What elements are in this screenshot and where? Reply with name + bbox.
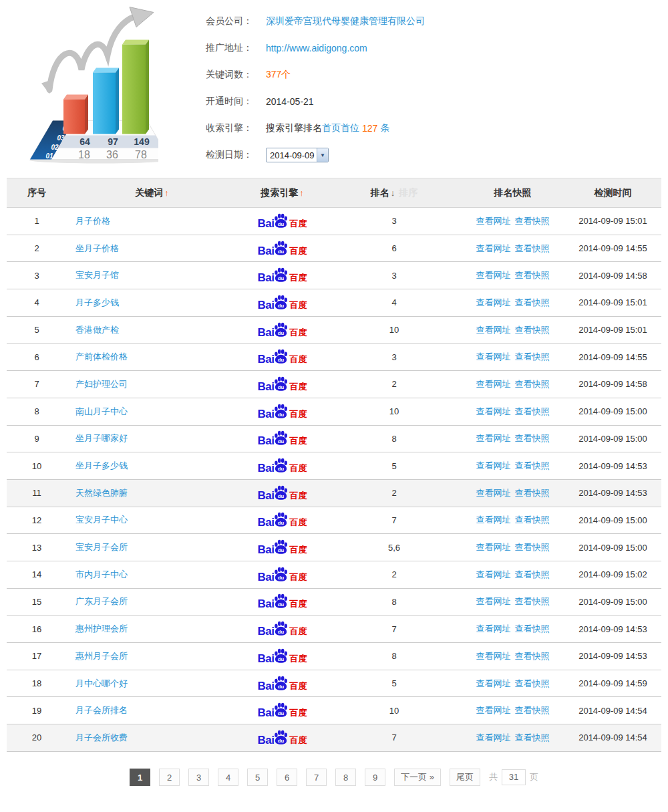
last-page-button[interactable]: 尾页 bbox=[450, 769, 480, 786]
keyword-link[interactable]: 月子会所排名 bbox=[75, 705, 128, 715]
row-index: 18 bbox=[7, 678, 67, 688]
table-row: 13 宝安月子会所 Bai du 百度 5,6 查看网址查看快照 2014-09… bbox=[7, 534, 661, 561]
view-snapshot-link[interactable]: 查看快照 bbox=[515, 379, 550, 389]
keyword-link[interactable]: 惠州月子会所 bbox=[75, 651, 128, 661]
page-button-1[interactable]: 1 bbox=[130, 769, 150, 786]
view-url-link[interactable]: 查看网址 bbox=[476, 406, 511, 416]
keyword-link[interactable]: 南山月子中心 bbox=[75, 406, 128, 416]
view-snapshot-link[interactable]: 查看快照 bbox=[515, 569, 550, 579]
keyword-link[interactable]: 坐月子多少钱 bbox=[75, 460, 128, 470]
page-button-6[interactable]: 6 bbox=[277, 769, 297, 786]
view-snapshot-link[interactable]: 查看快照 bbox=[515, 515, 550, 525]
rank-value: 7 bbox=[327, 732, 461, 742]
keyword-link[interactable]: 月子多少钱 bbox=[75, 297, 119, 307]
baidu-cn-text: 百度 bbox=[289, 736, 307, 745]
keyword-link[interactable]: 月子会所收费 bbox=[75, 732, 128, 742]
company-link[interactable]: 深圳爱帝宫现代母婴健康管理有限公司 bbox=[266, 15, 425, 27]
view-url-link[interactable]: 查看网址 bbox=[476, 542, 511, 552]
detect-time: 2014-09-09 15:00 bbox=[564, 597, 661, 607]
page-button-2[interactable]: 2 bbox=[159, 769, 180, 786]
view-snapshot-link[interactable]: 查看快照 bbox=[515, 216, 550, 226]
view-snapshot-link[interactable]: 查看快照 bbox=[515, 732, 550, 742]
bar-chart-illustration: 04 03 02 01 64 97 149 18 36 78 bbox=[15, 4, 158, 164]
view-snapshot-link[interactable]: 查看快照 bbox=[515, 624, 550, 634]
row-index: 20 bbox=[7, 732, 67, 742]
view-url-link[interactable]: 查看网址 bbox=[476, 732, 511, 742]
baidu-cn-text: 百度 bbox=[289, 301, 307, 309]
engine-first-page-link[interactable]: 首页首位 bbox=[322, 122, 359, 134]
keyword-link[interactable]: 天然绿色肺腑 bbox=[75, 488, 128, 498]
view-url-link[interactable]: 查看网址 bbox=[476, 651, 511, 661]
keyword-link[interactable]: 市内月子中心 bbox=[75, 569, 128, 579]
page-button-5[interactable]: 5 bbox=[247, 769, 268, 786]
baidu-paw-icon: du bbox=[273, 730, 289, 745]
view-snapshot-link[interactable]: 查看快照 bbox=[515, 705, 550, 715]
view-url-link[interactable]: 查看网址 bbox=[476, 297, 511, 307]
keyword-link[interactable]: 坐月子价格 bbox=[75, 243, 119, 253]
view-snapshot-link[interactable]: 查看快照 bbox=[515, 270, 550, 280]
view-snapshot-link[interactable]: 查看快照 bbox=[515, 488, 550, 498]
keyword-link[interactable]: 坐月子哪家好 bbox=[75, 433, 128, 443]
baidu-bai-text: Bai bbox=[258, 218, 275, 229]
view-url-link[interactable]: 查看网址 bbox=[476, 488, 511, 498]
promo-url-link[interactable]: http://www.aidigong.com bbox=[266, 43, 367, 53]
chevron-down-icon: ▼ bbox=[317, 148, 328, 162]
header-keyword[interactable]: 关键词↑ bbox=[67, 187, 237, 199]
view-url-link[interactable]: 查看网址 bbox=[476, 352, 511, 362]
keyword-link[interactable]: 惠州护理会所 bbox=[75, 624, 128, 634]
header-rank[interactable]: 排名↓排序 bbox=[327, 187, 461, 199]
table-row: 5 香港做产检 Bai du 百度 10 查看网址查看快照 2014-09-09… bbox=[7, 317, 661, 344]
page-button-7[interactable]: 7 bbox=[306, 769, 327, 786]
view-url-link[interactable]: 查看网址 bbox=[476, 569, 511, 579]
view-snapshot-link[interactable]: 查看快照 bbox=[515, 243, 550, 253]
keyword-link[interactable]: 广东月子会所 bbox=[75, 596, 128, 606]
view-url-link[interactable]: 查看网址 bbox=[476, 243, 511, 253]
sort-up-icon[interactable]: ↑ bbox=[299, 188, 304, 198]
rank-value: 7 bbox=[327, 624, 461, 634]
view-snapshot-link[interactable]: 查看快照 bbox=[515, 651, 550, 661]
baidu-cn-text: 百度 bbox=[289, 247, 307, 255]
view-url-link[interactable]: 查看网址 bbox=[476, 379, 511, 389]
page-button-8[interactable]: 8 bbox=[335, 769, 356, 786]
engine-count-unit-link[interactable]: 条 bbox=[380, 122, 389, 134]
baidu-paw-icon: du bbox=[273, 404, 289, 419]
keyword-link[interactable]: 产妇护理公司 bbox=[75, 379, 128, 389]
view-snapshot-link[interactable]: 查看快照 bbox=[515, 678, 550, 688]
view-url-link[interactable]: 查看网址 bbox=[476, 678, 511, 688]
detect-date-select[interactable]: 2014-09-09 ▼ bbox=[266, 148, 329, 162]
view-snapshot-link[interactable]: 查看快照 bbox=[515, 433, 550, 443]
view-url-link[interactable]: 查看网址 bbox=[476, 705, 511, 715]
keyword-link[interactable]: 月中心哪个好 bbox=[75, 678, 128, 688]
keyword-link[interactable]: 宝安月子中心 bbox=[75, 515, 128, 525]
view-snapshot-link[interactable]: 查看快照 bbox=[515, 460, 550, 470]
view-snapshot-link[interactable]: 查看快照 bbox=[515, 352, 550, 362]
view-snapshot-link[interactable]: 查看快照 bbox=[515, 297, 550, 307]
page-button-3[interactable]: 3 bbox=[188, 769, 209, 786]
next-page-button[interactable]: 下一页 » bbox=[394, 769, 441, 786]
view-url-link[interactable]: 查看网址 bbox=[476, 460, 511, 470]
view-snapshot-link[interactable]: 查看快照 bbox=[515, 596, 550, 606]
baidu-bai-text: Bai bbox=[258, 517, 275, 528]
view-snapshot-link[interactable]: 查看快照 bbox=[515, 542, 550, 552]
page-button-4[interactable]: 4 bbox=[218, 769, 238, 786]
svg-text:du: du bbox=[278, 275, 285, 281]
view-url-link[interactable]: 查看网址 bbox=[476, 325, 511, 335]
keyword-link[interactable]: 产前体检价格 bbox=[75, 352, 128, 362]
sort-down-icon[interactable]: ↓ bbox=[391, 188, 395, 198]
keyword-link[interactable]: 宝安月子馆 bbox=[75, 270, 119, 280]
page-button-9[interactable]: 9 bbox=[365, 769, 385, 786]
keyword-link[interactable]: 香港做产检 bbox=[75, 325, 119, 335]
view-url-link[interactable]: 查看网址 bbox=[476, 433, 511, 443]
detect-time: 2014-09-09 15:01 bbox=[564, 216, 661, 226]
header-engine[interactable]: 搜索引擎↑ bbox=[237, 187, 327, 199]
view-url-link[interactable]: 查看网址 bbox=[476, 270, 511, 280]
view-url-link[interactable]: 查看网址 bbox=[476, 515, 511, 525]
view-url-link[interactable]: 查看网址 bbox=[476, 596, 511, 606]
keyword-link[interactable]: 月子价格 bbox=[75, 216, 110, 226]
view-snapshot-link[interactable]: 查看快照 bbox=[515, 325, 550, 335]
sort-up-icon[interactable]: ↑ bbox=[164, 188, 169, 198]
keyword-link[interactable]: 宝安月子会所 bbox=[75, 542, 128, 552]
view-url-link[interactable]: 查看网址 bbox=[476, 216, 511, 226]
view-snapshot-link[interactable]: 查看快照 bbox=[515, 406, 550, 416]
view-url-link[interactable]: 查看网址 bbox=[476, 624, 511, 634]
